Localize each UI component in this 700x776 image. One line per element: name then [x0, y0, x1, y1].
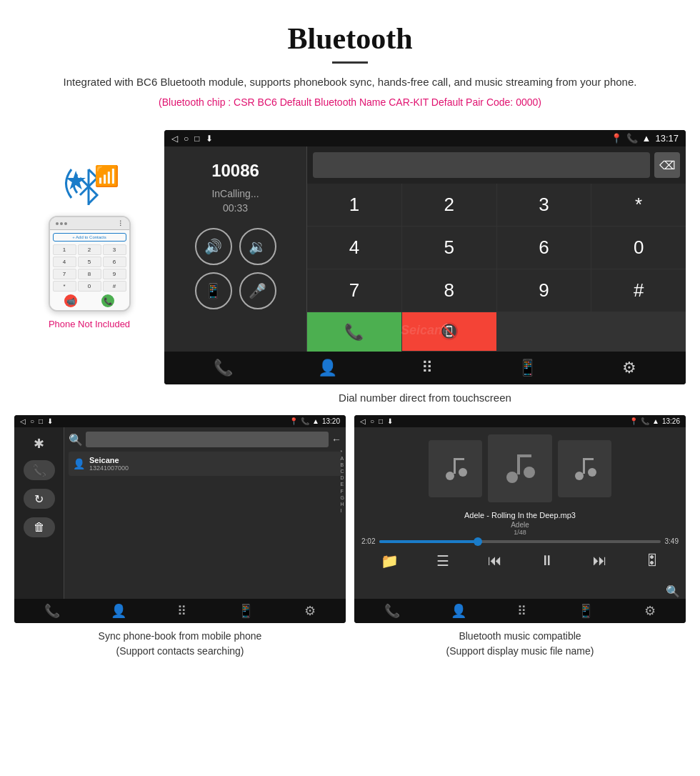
phonebook-screenshot: ◁ ○ □ ⬇ 📍 📞 ▲ 13:20 ✱ 📞 ↻ 🗑 [14, 415, 346, 623]
car-screen: ◁ ○ □ ⬇ 📍 📞 ▲ 13:17 10086 InCalling... [164, 130, 686, 384]
phone-dot [60, 222, 63, 225]
pb-loc-icon: 📍 [289, 417, 298, 425]
pb-phone-btn[interactable]: 📞 [24, 460, 55, 480]
calling-status: InCalling... [211, 188, 259, 199]
backspace-btn[interactable]: ⌫ [654, 152, 680, 178]
call-btn[interactable]: 📞 [307, 312, 401, 352]
music-album-row: 🔍 [361, 434, 679, 502]
pb-dl-icon: ⬇ [47, 417, 53, 425]
phone-nav-icon[interactable]: 📞 [214, 359, 233, 377]
prev-icon[interactable]: ⏮ [488, 552, 502, 569]
pb-transfer-nav-icon[interactable]: 📱 [238, 603, 254, 619]
car-status-bar: ◁ ○ □ ⬇ 📍 📞 ▲ 13:17 [164, 130, 686, 146]
music-info: Adele - Rolling In the Deep.mp3 Adele 1/… [464, 511, 576, 537]
contacts-nav-icon[interactable]: 👤 [318, 359, 337, 377]
end-call-btn[interactable]: 📵 [402, 312, 496, 351]
svg-rect-3 [454, 458, 464, 460]
folder-icon[interactable]: 📁 [381, 552, 399, 569]
num-btn-3[interactable]: 3 [497, 184, 591, 226]
phone-dial-btn: 6 [103, 257, 126, 267]
phone-mockup: ⋮ + Add to Contacts 1 2 3 4 5 6 7 8 9 * … [49, 216, 131, 312]
music-transfer-nav-icon[interactable]: 📱 [578, 603, 594, 619]
call-timer: 00:33 [223, 202, 248, 214]
music-progress-fill [379, 540, 478, 543]
pb-sync-btn[interactable]: ↻ [24, 489, 55, 509]
list-icon[interactable]: ☰ [436, 552, 449, 569]
equalizer-icon[interactable]: 🎛 [645, 552, 659, 569]
music-settings-nav-icon[interactable]: ⚙ [644, 603, 656, 619]
music-track: 1/48 [464, 529, 576, 536]
num-btn-hash[interactable]: # [591, 269, 686, 312]
wifi-arcs-icon: 📶 [94, 164, 119, 188]
dialer-left: 10086 InCalling... 00:33 🔊 🔉 📱 🎤 [164, 146, 307, 352]
next-icon[interactable]: ⏭ [593, 552, 607, 569]
phone-dial-btn: 7 [53, 269, 76, 279]
num-btn-2[interactable]: 2 [402, 184, 496, 226]
music-time: 13:26 [662, 417, 680, 425]
pb-call-nav-icon[interactable]: 📞 [44, 603, 60, 619]
num-btn-9[interactable]: 9 [497, 269, 591, 312]
music-dialpad-nav-icon[interactable]: ⠿ [517, 603, 526, 619]
svg-point-1 [446, 472, 454, 480]
phone-dial-btn: 8 [78, 269, 101, 279]
bottom-screenshots: ◁ ○ □ ⬇ 📍 📞 ▲ 13:20 ✱ 📞 ↻ 🗑 [0, 415, 700, 662]
num-btn-1[interactable]: 1 [307, 184, 401, 226]
music-progress-bar[interactable] [379, 540, 660, 543]
num-btn-6[interactable]: 6 [497, 227, 591, 269]
music-controls-row: 📁 ☰ ⏮ ⏸ ⏭ 🎛 [361, 549, 679, 572]
settings-nav-icon[interactable]: ⚙ [622, 359, 636, 377]
search-icon: 🔍 [69, 433, 83, 447]
specs-line: (Bluetooth chip : CSR BC6 Default Blueto… [43, 96, 657, 108]
music-artist: Adele [464, 521, 576, 529]
transfer-btn[interactable]: 📱 [195, 272, 232, 309]
pb-contact-number: 13241007000 [89, 464, 129, 472]
description: Integrated with BC6 Bluetooth module, su… [43, 74, 657, 91]
wifi-icon: ▲ [642, 133, 651, 144]
svg-point-9 [575, 472, 584, 480]
music-note-icon-main [502, 451, 538, 487]
dial-caption: Dial number direct from touchscreen [164, 384, 686, 415]
dialer-input-field[interactable] [313, 152, 650, 178]
phone-top-dots [56, 222, 67, 225]
phone-section: 📶 ★ [14, 130, 164, 329]
pb-recent-icon: □ [39, 417, 43, 425]
pb-settings-nav-icon[interactable]: ⚙ [304, 603, 316, 619]
car-dialer-body: 10086 InCalling... 00:33 🔊 🔉 📱 🎤 ⌫ [164, 146, 686, 352]
music-search-icon[interactable]: 🔍 [666, 585, 680, 598]
pb-search-row: 🔍 ← [69, 432, 341, 447]
num-btn-4[interactable]: 4 [307, 227, 401, 269]
pb-back-btn[interactable]: ← [331, 434, 341, 445]
pb-dialpad-nav-icon[interactable]: ⠿ [177, 603, 186, 619]
pb-search-bar[interactable] [86, 432, 329, 447]
svg-rect-10 [583, 458, 585, 474]
num-btn-0[interactable]: 0 [591, 227, 686, 269]
phone-dial-btn: 0 [78, 281, 101, 292]
num-btn-7[interactable]: 7 [307, 269, 401, 312]
music-status-bar: ◁ ○ □ ⬇ 📍 📞 ▲ 13:26 [354, 415, 686, 427]
status-icons-left: ◁ ○ □ ⬇ [171, 134, 213, 144]
num-btn-5[interactable]: 5 [402, 227, 496, 269]
back-icon: ◁ [171, 134, 178, 144]
num-btn-8[interactable]: 8 [402, 269, 496, 312]
transfer-nav-icon[interactable]: 📱 [518, 359, 537, 377]
status-icons-right: 📍 📞 ▲ 13:17 [611, 133, 679, 144]
mic-btn[interactable]: 🎤 [239, 272, 276, 309]
music-time-total: 3:49 [665, 537, 679, 545]
num-btn-star[interactable]: * [591, 184, 686, 226]
pb-contacts-nav-icon[interactable]: 👤 [111, 603, 126, 619]
music-contacts-nav-icon[interactable]: 👤 [451, 603, 466, 619]
phone-dot [64, 222, 67, 225]
music-progress-dot [474, 537, 482, 546]
play-pause-icon[interactable]: ⏸ [540, 552, 554, 569]
pb-status-bar: ◁ ○ □ ⬇ 📍 📞 ▲ 13:20 [14, 415, 346, 427]
dialpad-nav-icon[interactable]: ⠿ [421, 359, 433, 377]
volume-down-btn[interactable]: 🔉 [239, 228, 276, 265]
music-call-nav-icon[interactable]: 📞 [384, 603, 400, 619]
volume-up-btn[interactable]: 🔊 [195, 228, 232, 265]
phone-signal-icon: 📞 [626, 133, 638, 144]
pb-bottom-bar: 📞 👤 ⠿ 📱 ⚙ [14, 599, 346, 623]
pb-delete-btn[interactable]: 🗑 [24, 517, 55, 537]
phone-action-row: 📹 📞 [53, 294, 126, 307]
phone-dial-btn: 2 [78, 244, 101, 255]
page-title: Bluetooth [43, 21, 657, 56]
